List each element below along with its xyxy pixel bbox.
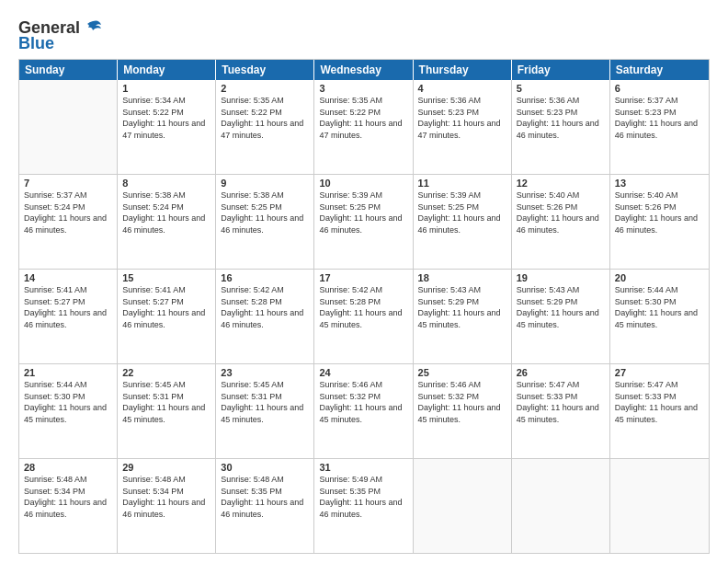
- cal-cell-4-2: 30 Sunrise: 5:48 AMSunset: 5:35 PMDaylig…: [216, 459, 314, 553]
- week-row-2: 7 Sunrise: 5:37 AMSunset: 5:24 PMDayligh…: [19, 175, 709, 270]
- logo-bird-icon: [83, 17, 103, 38]
- day-info: Sunrise: 5:36 AMSunset: 5:23 PMDaylight:…: [418, 96, 501, 140]
- cal-cell-2-2: 16 Sunrise: 5:42 AMSunset: 5:28 PMDaylig…: [216, 270, 314, 363]
- header-day-monday: Monday: [118, 60, 216, 80]
- day-number: 4: [418, 83, 506, 94]
- day-info: Sunrise: 5:41 AMSunset: 5:27 PMDaylight:…: [122, 285, 205, 329]
- cal-cell-2-0: 14 Sunrise: 5:41 AMSunset: 5:27 PMDaylig…: [19, 270, 118, 363]
- header-day-tuesday: Tuesday: [216, 60, 314, 80]
- header-day-sunday: Sunday: [19, 60, 118, 80]
- day-info: Sunrise: 5:47 AMSunset: 5:33 PMDaylight:…: [517, 380, 599, 424]
- cal-cell-4-5: [512, 459, 610, 553]
- day-number: 10: [319, 178, 407, 189]
- cal-cell-3-2: 23 Sunrise: 5:45 AMSunset: 5:31 PMDaylig…: [216, 364, 314, 458]
- cal-cell-2-6: 20 Sunrise: 5:44 AMSunset: 5:30 PMDaylig…: [610, 270, 709, 363]
- cal-cell-3-5: 26 Sunrise: 5:47 AMSunset: 5:33 PMDaylig…: [512, 364, 610, 458]
- cal-cell-0-0: [19, 80, 118, 174]
- day-info: Sunrise: 5:43 AMSunset: 5:29 PMDaylight:…: [418, 285, 501, 329]
- day-info: Sunrise: 5:46 AMSunset: 5:32 PMDaylight:…: [418, 380, 501, 424]
- cal-cell-0-6: 6 Sunrise: 5:37 AMSunset: 5:23 PMDayligh…: [610, 80, 709, 174]
- day-number: 14: [24, 272, 112, 283]
- cal-cell-0-1: 1 Sunrise: 5:34 AMSunset: 5:22 PMDayligh…: [118, 80, 216, 174]
- cal-cell-1-1: 8 Sunrise: 5:38 AMSunset: 5:24 PMDayligh…: [118, 175, 216, 269]
- day-number: 5: [517, 83, 605, 94]
- cal-cell-1-4: 11 Sunrise: 5:39 AMSunset: 5:25 PMDaylig…: [414, 175, 512, 269]
- cal-cell-0-2: 2 Sunrise: 5:35 AMSunset: 5:22 PMDayligh…: [216, 80, 314, 174]
- day-number: 24: [319, 367, 407, 378]
- day-info: Sunrise: 5:39 AMSunset: 5:25 PMDaylight:…: [319, 190, 402, 235]
- day-info: Sunrise: 5:45 AMSunset: 5:31 PMDaylight:…: [122, 380, 205, 424]
- day-info: Sunrise: 5:34 AMSunset: 5:22 PMDaylight:…: [122, 96, 205, 140]
- day-number: 26: [517, 367, 605, 378]
- day-number: 9: [221, 178, 309, 189]
- cal-cell-0-3: 3 Sunrise: 5:35 AMSunset: 5:22 PMDayligh…: [314, 80, 413, 174]
- day-number: 6: [615, 83, 704, 94]
- week-row-3: 14 Sunrise: 5:41 AMSunset: 5:27 PMDaylig…: [19, 270, 709, 364]
- calendar-body: 1 Sunrise: 5:34 AMSunset: 5:22 PMDayligh…: [19, 80, 709, 553]
- header: General Blue: [18, 15, 710, 53]
- cal-cell-1-0: 7 Sunrise: 5:37 AMSunset: 5:24 PMDayligh…: [19, 175, 118, 269]
- day-number: 23: [221, 367, 309, 378]
- day-number: 13: [615, 178, 704, 189]
- cal-cell-3-4: 25 Sunrise: 5:46 AMSunset: 5:32 PMDaylig…: [414, 364, 512, 458]
- cal-cell-1-3: 10 Sunrise: 5:39 AMSunset: 5:25 PMDaylig…: [314, 175, 413, 269]
- header-day-friday: Friday: [512, 60, 610, 80]
- cal-cell-2-5: 19 Sunrise: 5:43 AMSunset: 5:29 PMDaylig…: [512, 270, 610, 363]
- day-number: 2: [221, 83, 309, 94]
- cal-cell-0-5: 5 Sunrise: 5:36 AMSunset: 5:23 PMDayligh…: [512, 80, 610, 174]
- day-number: 30: [221, 462, 309, 473]
- day-number: 29: [122, 462, 210, 473]
- day-info: Sunrise: 5:45 AMSunset: 5:31 PMDaylight:…: [221, 380, 303, 424]
- cal-cell-2-1: 15 Sunrise: 5:41 AMSunset: 5:27 PMDaylig…: [118, 270, 216, 363]
- day-number: 22: [122, 367, 210, 378]
- header-day-wednesday: Wednesday: [314, 60, 413, 80]
- day-info: Sunrise: 5:47 AMSunset: 5:33 PMDaylight:…: [615, 380, 698, 424]
- day-number: 31: [319, 462, 407, 473]
- page: General Blue SundayMondayTuesdayWednesda…: [0, 0, 728, 563]
- calendar-header-row: SundayMondayTuesdayWednesdayThursdayFrid…: [19, 60, 709, 80]
- day-info: Sunrise: 5:37 AMSunset: 5:24 PMDaylight:…: [24, 190, 107, 235]
- header-day-thursday: Thursday: [414, 60, 512, 80]
- cal-cell-4-0: 28 Sunrise: 5:48 AMSunset: 5:34 PMDaylig…: [19, 459, 118, 553]
- day-number: 11: [418, 178, 506, 189]
- day-number: 25: [418, 367, 506, 378]
- day-number: 21: [24, 367, 112, 378]
- week-row-5: 28 Sunrise: 5:48 AMSunset: 5:34 PMDaylig…: [19, 459, 709, 553]
- cal-cell-3-6: 27 Sunrise: 5:47 AMSunset: 5:33 PMDaylig…: [610, 364, 709, 458]
- day-info: Sunrise: 5:42 AMSunset: 5:28 PMDaylight:…: [221, 285, 303, 329]
- day-number: 8: [122, 178, 210, 189]
- day-number: 27: [615, 367, 704, 378]
- cal-cell-1-2: 9 Sunrise: 5:38 AMSunset: 5:25 PMDayligh…: [216, 175, 314, 269]
- calendar: SundayMondayTuesdayWednesdayThursdayFrid…: [18, 59, 710, 554]
- cal-cell-1-6: 13 Sunrise: 5:40 AMSunset: 5:26 PMDaylig…: [610, 175, 709, 269]
- cal-cell-4-3: 31 Sunrise: 5:49 AMSunset: 5:35 PMDaylig…: [314, 459, 413, 553]
- day-info: Sunrise: 5:48 AMSunset: 5:35 PMDaylight:…: [221, 475, 303, 519]
- day-number: 12: [517, 178, 605, 189]
- day-number: 15: [122, 272, 210, 283]
- day-info: Sunrise: 5:49 AMSunset: 5:35 PMDaylight:…: [319, 475, 402, 519]
- day-number: 19: [517, 272, 605, 283]
- cal-cell-3-1: 22 Sunrise: 5:45 AMSunset: 5:31 PMDaylig…: [118, 364, 216, 458]
- cal-cell-3-3: 24 Sunrise: 5:46 AMSunset: 5:32 PMDaylig…: [314, 364, 413, 458]
- day-info: Sunrise: 5:35 AMSunset: 5:22 PMDaylight:…: [319, 96, 402, 140]
- day-info: Sunrise: 5:40 AMSunset: 5:26 PMDaylight:…: [517, 190, 599, 235]
- cal-cell-3-0: 21 Sunrise: 5:44 AMSunset: 5:30 PMDaylig…: [19, 364, 118, 458]
- logo: General Blue: [18, 18, 103, 53]
- day-info: Sunrise: 5:38 AMSunset: 5:24 PMDaylight:…: [122, 190, 205, 235]
- cal-cell-4-1: 29 Sunrise: 5:48 AMSunset: 5:34 PMDaylig…: [118, 459, 216, 553]
- day-number: 28: [24, 462, 112, 473]
- day-info: Sunrise: 5:35 AMSunset: 5:22 PMDaylight:…: [221, 96, 303, 140]
- day-info: Sunrise: 5:41 AMSunset: 5:27 PMDaylight:…: [24, 285, 107, 329]
- day-number: 3: [319, 83, 407, 94]
- cal-cell-4-6: [610, 459, 709, 553]
- day-info: Sunrise: 5:42 AMSunset: 5:28 PMDaylight:…: [319, 285, 402, 329]
- cal-cell-1-5: 12 Sunrise: 5:40 AMSunset: 5:26 PMDaylig…: [512, 175, 610, 269]
- day-info: Sunrise: 5:36 AMSunset: 5:23 PMDaylight:…: [517, 96, 599, 140]
- week-row-4: 21 Sunrise: 5:44 AMSunset: 5:30 PMDaylig…: [19, 364, 709, 459]
- cal-cell-2-3: 17 Sunrise: 5:42 AMSunset: 5:28 PMDaylig…: [314, 270, 413, 363]
- cal-cell-4-4: [414, 459, 512, 553]
- day-info: Sunrise: 5:48 AMSunset: 5:34 PMDaylight:…: [24, 475, 107, 519]
- day-number: 18: [418, 272, 506, 283]
- day-info: Sunrise: 5:43 AMSunset: 5:29 PMDaylight:…: [517, 285, 599, 329]
- day-info: Sunrise: 5:44 AMSunset: 5:30 PMDaylight:…: [24, 380, 107, 424]
